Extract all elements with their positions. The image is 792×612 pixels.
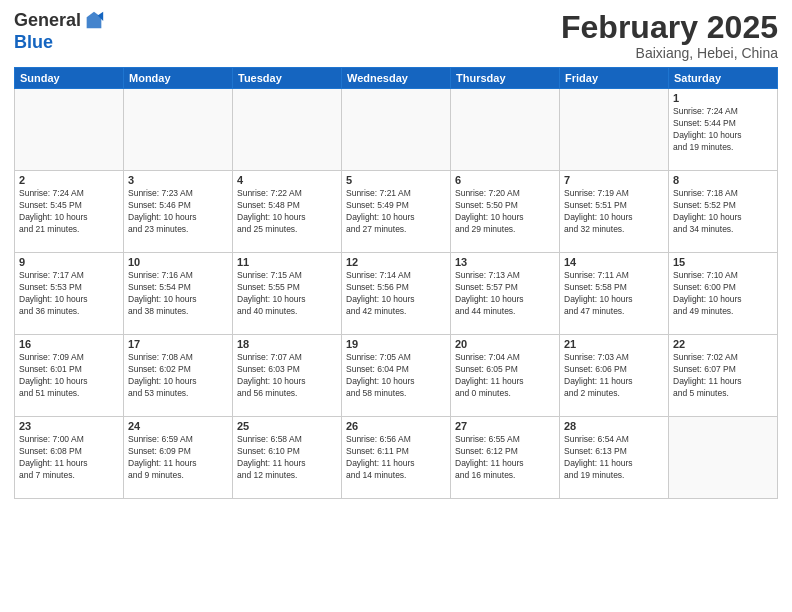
day-info: Sunrise: 6:58 AM Sunset: 6:10 PM Dayligh… [237,434,337,482]
calendar-cell-w4-d3: 26Sunrise: 6:56 AM Sunset: 6:11 PM Dayli… [342,417,451,499]
calendar-cell-w3-d6: 22Sunrise: 7:02 AM Sunset: 6:07 PM Dayli… [669,335,778,417]
calendar-cell-w3-d0: 16Sunrise: 7:09 AM Sunset: 6:01 PM Dayli… [15,335,124,417]
calendar-cell-w0-d4 [451,89,560,171]
day-number: 11 [237,256,337,268]
day-info: Sunrise: 7:16 AM Sunset: 5:54 PM Dayligh… [128,270,228,318]
day-info: Sunrise: 7:14 AM Sunset: 5:56 PM Dayligh… [346,270,446,318]
calendar-cell-w2-d3: 12Sunrise: 7:14 AM Sunset: 5:56 PM Dayli… [342,253,451,335]
calendar-cell-w3-d2: 18Sunrise: 7:07 AM Sunset: 6:03 PM Dayli… [233,335,342,417]
calendar-cell-w3-d1: 17Sunrise: 7:08 AM Sunset: 6:02 PM Dayli… [124,335,233,417]
week-row-3: 16Sunrise: 7:09 AM Sunset: 6:01 PM Dayli… [15,335,778,417]
day-number: 23 [19,420,119,432]
day-info: Sunrise: 7:23 AM Sunset: 5:46 PM Dayligh… [128,188,228,236]
day-info: Sunrise: 7:19 AM Sunset: 5:51 PM Dayligh… [564,188,664,236]
day-number: 1 [673,92,773,104]
day-info: Sunrise: 7:11 AM Sunset: 5:58 PM Dayligh… [564,270,664,318]
calendar-cell-w4-d2: 25Sunrise: 6:58 AM Sunset: 6:10 PM Dayli… [233,417,342,499]
location-subtitle: Baixiang, Hebei, China [561,45,778,61]
calendar-cell-w0-d3 [342,89,451,171]
calendar-cell-w2-d1: 10Sunrise: 7:16 AM Sunset: 5:54 PM Dayli… [124,253,233,335]
day-number: 28 [564,420,664,432]
day-info: Sunrise: 7:15 AM Sunset: 5:55 PM Dayligh… [237,270,337,318]
calendar-cell-w1-d0: 2Sunrise: 7:24 AM Sunset: 5:45 PM Daylig… [15,171,124,253]
header: General Blue February 2025 Baixiang, Heb… [14,10,778,61]
calendar-cell-w1-d2: 4Sunrise: 7:22 AM Sunset: 5:48 PM Daylig… [233,171,342,253]
day-number: 19 [346,338,446,350]
week-row-1: 2Sunrise: 7:24 AM Sunset: 5:45 PM Daylig… [15,171,778,253]
day-number: 2 [19,174,119,186]
day-info: Sunrise: 6:56 AM Sunset: 6:11 PM Dayligh… [346,434,446,482]
calendar-cell-w1-d4: 6Sunrise: 7:20 AM Sunset: 5:50 PM Daylig… [451,171,560,253]
day-info: Sunrise: 6:59 AM Sunset: 6:09 PM Dayligh… [128,434,228,482]
week-row-4: 23Sunrise: 7:00 AM Sunset: 6:08 PM Dayli… [15,417,778,499]
day-info: Sunrise: 7:02 AM Sunset: 6:07 PM Dayligh… [673,352,773,400]
day-info: Sunrise: 7:13 AM Sunset: 5:57 PM Dayligh… [455,270,555,318]
logo-blue-text: Blue [14,32,105,54]
col-saturday: Saturday [669,68,778,89]
day-number: 24 [128,420,228,432]
calendar-cell-w3-d5: 21Sunrise: 7:03 AM Sunset: 6:06 PM Dayli… [560,335,669,417]
day-info: Sunrise: 7:18 AM Sunset: 5:52 PM Dayligh… [673,188,773,236]
day-number: 6 [455,174,555,186]
calendar-cell-w2-d5: 14Sunrise: 7:11 AM Sunset: 5:58 PM Dayli… [560,253,669,335]
calendar-cell-w4-d0: 23Sunrise: 7:00 AM Sunset: 6:08 PM Dayli… [15,417,124,499]
month-year-title: February 2025 [561,10,778,45]
day-info: Sunrise: 7:10 AM Sunset: 6:00 PM Dayligh… [673,270,773,318]
logo-general-text: General [14,10,81,32]
day-info: Sunrise: 7:24 AM Sunset: 5:45 PM Dayligh… [19,188,119,236]
day-number: 7 [564,174,664,186]
logo-icon [83,10,105,32]
day-number: 8 [673,174,773,186]
day-number: 25 [237,420,337,432]
day-number: 3 [128,174,228,186]
calendar-cell-w3-d3: 19Sunrise: 7:05 AM Sunset: 6:04 PM Dayli… [342,335,451,417]
day-number: 26 [346,420,446,432]
col-wednesday: Wednesday [342,68,451,89]
week-row-0: 1Sunrise: 7:24 AM Sunset: 5:44 PM Daylig… [15,89,778,171]
day-number: 17 [128,338,228,350]
day-number: 18 [237,338,337,350]
day-number: 14 [564,256,664,268]
col-tuesday: Tuesday [233,68,342,89]
day-info: Sunrise: 6:54 AM Sunset: 6:13 PM Dayligh… [564,434,664,482]
week-row-2: 9Sunrise: 7:17 AM Sunset: 5:53 PM Daylig… [15,253,778,335]
day-number: 27 [455,420,555,432]
day-info: Sunrise: 7:22 AM Sunset: 5:48 PM Dayligh… [237,188,337,236]
day-number: 13 [455,256,555,268]
day-info: Sunrise: 7:05 AM Sunset: 6:04 PM Dayligh… [346,352,446,400]
calendar-cell-w2-d2: 11Sunrise: 7:15 AM Sunset: 5:55 PM Dayli… [233,253,342,335]
logo: General Blue [14,10,105,54]
day-number: 9 [19,256,119,268]
day-number: 5 [346,174,446,186]
day-number: 15 [673,256,773,268]
calendar-cell-w2-d4: 13Sunrise: 7:13 AM Sunset: 5:57 PM Dayli… [451,253,560,335]
day-info: Sunrise: 7:08 AM Sunset: 6:02 PM Dayligh… [128,352,228,400]
col-monday: Monday [124,68,233,89]
calendar-cell-w4-d4: 27Sunrise: 6:55 AM Sunset: 6:12 PM Dayli… [451,417,560,499]
day-number: 10 [128,256,228,268]
day-info: Sunrise: 7:09 AM Sunset: 6:01 PM Dayligh… [19,352,119,400]
calendar-cell-w1-d5: 7Sunrise: 7:19 AM Sunset: 5:51 PM Daylig… [560,171,669,253]
calendar-cell-w0-d5 [560,89,669,171]
calendar-cell-w1-d3: 5Sunrise: 7:21 AM Sunset: 5:49 PM Daylig… [342,171,451,253]
day-info: Sunrise: 7:00 AM Sunset: 6:08 PM Dayligh… [19,434,119,482]
day-number: 12 [346,256,446,268]
day-number: 16 [19,338,119,350]
calendar-cell-w0-d0 [15,89,124,171]
day-number: 20 [455,338,555,350]
day-info: Sunrise: 7:04 AM Sunset: 6:05 PM Dayligh… [455,352,555,400]
calendar-cell-w1-d1: 3Sunrise: 7:23 AM Sunset: 5:46 PM Daylig… [124,171,233,253]
col-friday: Friday [560,68,669,89]
calendar-cell-w2-d0: 9Sunrise: 7:17 AM Sunset: 5:53 PM Daylig… [15,253,124,335]
calendar-cell-w3-d4: 20Sunrise: 7:04 AM Sunset: 6:05 PM Dayli… [451,335,560,417]
calendar-cell-w4-d6 [669,417,778,499]
calendar-header-row: Sunday Monday Tuesday Wednesday Thursday… [15,68,778,89]
day-info: Sunrise: 7:07 AM Sunset: 6:03 PM Dayligh… [237,352,337,400]
day-number: 22 [673,338,773,350]
day-info: Sunrise: 7:17 AM Sunset: 5:53 PM Dayligh… [19,270,119,318]
title-block: February 2025 Baixiang, Hebei, China [561,10,778,61]
day-info: Sunrise: 6:55 AM Sunset: 6:12 PM Dayligh… [455,434,555,482]
page: General Blue February 2025 Baixiang, Heb… [0,0,792,612]
day-info: Sunrise: 7:20 AM Sunset: 5:50 PM Dayligh… [455,188,555,236]
calendar-cell-w0-d6: 1Sunrise: 7:24 AM Sunset: 5:44 PM Daylig… [669,89,778,171]
